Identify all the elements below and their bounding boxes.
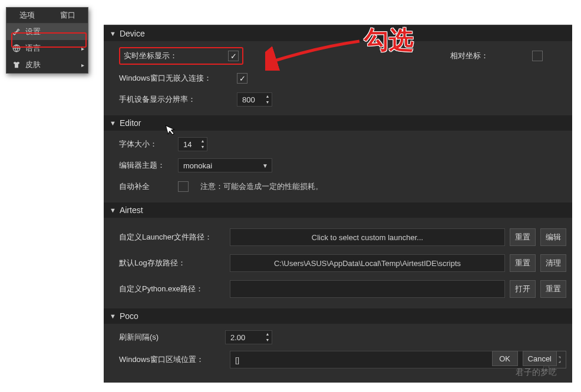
cancel-button[interactable]: Cancel [523, 351, 557, 366]
annotation-highlight-realtime-coord: 实时坐标显示： [119, 47, 243, 65]
theme-label: 编辑器主题： [119, 160, 178, 171]
theme-value: monokai [183, 161, 212, 170]
font-size-spinner[interactable]: 14 ▲▼ [178, 137, 207, 151]
menu-top-options[interactable]: 选项 [6, 8, 47, 24]
python-reset-button[interactable]: 重置 [540, 280, 566, 298]
section-body-airtest: 自定义Launcher文件路径： Click to select custom … [104, 218, 572, 308]
log-reset-button[interactable]: 重置 [510, 254, 536, 272]
resolution-label: 手机设备显示分辨率： [119, 94, 237, 105]
spinner-down-icon[interactable]: ▼ [263, 337, 272, 343]
menu-item-settings[interactable]: 设置 [6, 24, 88, 40]
window-area-label: Windows窗口区域位置： [119, 354, 225, 365]
wrench-icon [11, 27, 22, 36]
spinner-down-icon[interactable]: ▼ [263, 99, 272, 105]
globe-icon [11, 44, 22, 53]
section-title: Poco [120, 311, 138, 321]
log-path-label: 默认Log存放路径： [119, 258, 225, 268]
options-menu-list: 设置 语言 ▸ 皮肤 ▸ [6, 24, 88, 73]
menu-item-label: 设置 [25, 26, 41, 37]
launcher-edit-button[interactable]: 编辑 [540, 228, 566, 246]
options-menu-window: 选项 窗口 设置 语言 ▸ 皮肤 ▸ [6, 7, 88, 74]
chevron-down-icon: ▼ [262, 162, 268, 169]
section-title: Editor [120, 118, 141, 128]
section-header-airtest[interactable]: ▼ Airtest [104, 202, 572, 218]
dialog-footer: OK Cancel 君子的梦呓 [492, 351, 557, 378]
collapse-icon: ▼ [110, 119, 116, 127]
spinner-down-icon[interactable]: ▼ [199, 144, 207, 150]
spinner-up-icon[interactable]: ▲ [199, 138, 207, 144]
section-title: Airtest [120, 205, 143, 215]
section-header-editor[interactable]: ▼ Editor [104, 115, 572, 131]
chevron-right-icon: ▸ [81, 45, 84, 52]
realtime-coord-checkbox[interactable] [228, 51, 239, 61]
section-title: Device [120, 29, 145, 38]
spinner-up-icon[interactable]: ▲ [263, 331, 272, 337]
collapse-icon: ▼ [110, 30, 116, 37]
python-path-label: 自定义Python.exe路径： [119, 284, 225, 294]
ok-button[interactable]: OK [492, 351, 518, 366]
menu-item-label: 语言 [25, 43, 41, 54]
refresh-interval-label: 刷新间隔(s) [119, 332, 225, 343]
autocomplete-label: 自动补全 [119, 181, 178, 192]
autocomplete-note: 注意：可能会造成一定的性能损耗。 [200, 181, 323, 192]
launcher-reset-button[interactable]: 重置 [510, 228, 536, 246]
launcher-path-input[interactable]: Click to select custom launcher... [230, 228, 505, 246]
resolution-spinner[interactable]: 800 ▲▼ [237, 92, 272, 107]
no-embed-label: Windows窗口无嵌入连接： [119, 73, 237, 84]
theme-dropdown[interactable]: monokai ▼ [178, 158, 272, 172]
font-size-label: 字体大小： [119, 139, 178, 150]
launcher-path-label: 自定义Launcher文件路径： [119, 232, 225, 242]
collapse-icon: ▼ [110, 207, 116, 214]
relative-coord-checkbox[interactable] [532, 51, 543, 61]
watermark-text: 君子的梦呓 [516, 367, 557, 378]
no-embed-checkbox[interactable] [237, 73, 247, 84]
font-size-value: 14 [183, 140, 192, 149]
chevron-right-icon: ▸ [81, 62, 84, 68]
section-body-editor: 字体大小： 14 ▲▼ 编辑器主题： monokai ▼ 自动补全 注意：可能会… [104, 131, 572, 202]
menu-top-window[interactable]: 窗口 [47, 8, 88, 24]
menu-item-skin[interactable]: 皮肤 ▸ [6, 57, 88, 73]
section-header-poco[interactable]: ▼ Poco [104, 308, 572, 324]
menu-item-language[interactable]: 语言 ▸ [6, 40, 88, 57]
section-body-device: 实时坐标显示： 相对坐标： Windows窗口无嵌入连接： 手机设备显示分辨率：… [104, 41, 572, 115]
log-path-input[interactable]: C:\Users\ASUS\AppData\Local\Temp\Airtest… [230, 254, 505, 272]
shirt-icon [11, 60, 22, 69]
relative-coord-label: 相对坐标： [450, 51, 488, 61]
python-open-button[interactable]: 打开 [510, 280, 536, 298]
refresh-interval-value: 2.00 [230, 333, 245, 342]
autocomplete-checkbox[interactable] [178, 181, 189, 192]
section-header-device[interactable]: ▼ Device [104, 26, 572, 41]
collapse-icon: ▼ [110, 313, 116, 320]
settings-panel: ▼ Device 实时坐标显示： 相对坐标： Windows窗口无嵌入连接： 手… [104, 25, 572, 383]
python-path-input[interactable] [230, 280, 505, 298]
refresh-interval-spinner[interactable]: 2.00 ▲▼ [225, 330, 272, 344]
realtime-coord-label: 实时坐标显示： [124, 51, 177, 61]
resolution-value: 800 [242, 95, 255, 104]
spinner-up-icon[interactable]: ▲ [263, 94, 272, 99]
log-clean-button[interactable]: 清理 [540, 254, 566, 272]
menu-item-label: 皮肤 [25, 59, 41, 70]
